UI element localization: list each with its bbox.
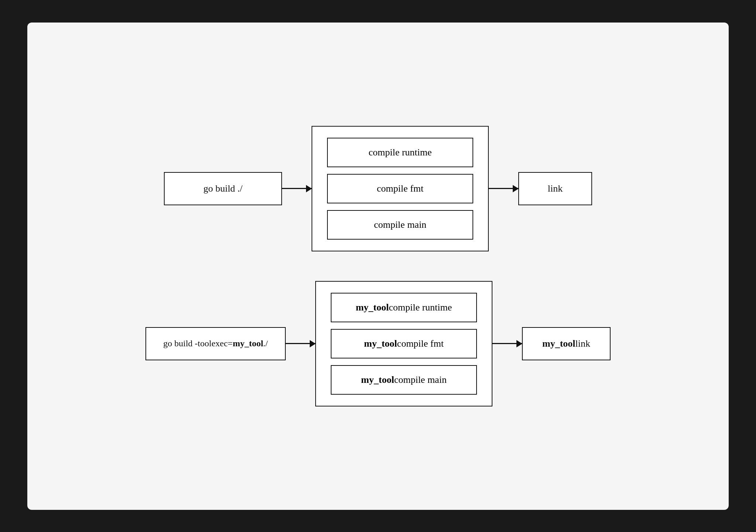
group-item-2-3: my_tool compile main	[331, 365, 477, 395]
input-prefix-2: go build -toolexec=	[163, 339, 233, 349]
group-item-2-3-rest: compile main	[394, 374, 447, 385]
arrow-line-2	[489, 188, 518, 189]
group-item-2-2-bold: my_tool	[364, 338, 397, 349]
output-box-1: link	[518, 172, 592, 205]
input-box-2: go build -toolexec=my_tool ./	[145, 327, 286, 360]
group-item-2-1: my_tool compile runtime	[331, 293, 477, 322]
arrow-1	[282, 188, 312, 189]
arrow-4	[492, 343, 522, 344]
group-item-2-1-bold: my_tool	[356, 302, 389, 313]
group-item-1-3: compile main	[327, 210, 473, 240]
input-label-1: go build ./	[203, 183, 243, 194]
output-box-2: my_tool link	[522, 327, 611, 360]
group-item-2-1-rest: compile runtime	[389, 302, 452, 313]
group-item-1-1: compile runtime	[327, 138, 473, 167]
input-box-1: go build ./	[164, 172, 282, 205]
group-item-1-2: compile fmt	[327, 174, 473, 203]
arrow-line-4	[492, 343, 522, 344]
main-container: go build ./ compile runtime compile fmt …	[27, 23, 729, 510]
group-item-2-3-bold: my_tool	[361, 374, 394, 385]
output-rest-2: link	[575, 338, 590, 349]
input-bold-2: my_tool	[233, 339, 263, 349]
diagram-row-1: go build ./ compile runtime compile fmt …	[49, 126, 707, 251]
arrow-line-3	[286, 343, 315, 344]
arrow-3	[286, 343, 315, 344]
output-bold-2: my_tool	[542, 338, 575, 349]
group-item-2-2: my_tool compile fmt	[331, 329, 477, 358]
diagram-row-2: go build -toolexec=my_tool ./ my_tool co…	[49, 281, 707, 406]
group-box-1: compile runtime compile fmt compile main	[312, 126, 489, 251]
group-item-2-2-rest: compile fmt	[397, 338, 444, 349]
input-suffix-2: ./	[263, 339, 268, 349]
arrow-2	[489, 188, 518, 189]
arrow-line-1	[282, 188, 312, 189]
group-box-2: my_tool compile runtime my_tool compile …	[315, 281, 492, 406]
